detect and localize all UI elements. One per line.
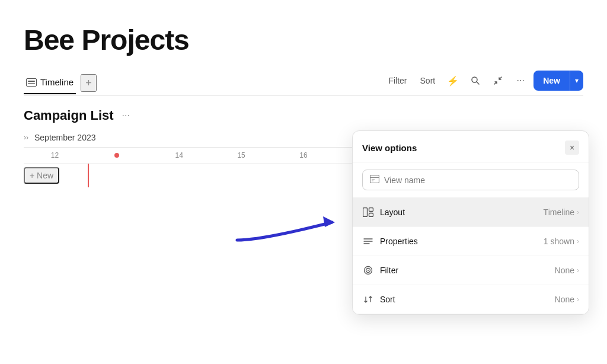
add-new-row-button[interactable]: + New [24, 167, 59, 184]
filter-button[interactable]: Filter [384, 73, 411, 88]
layout-chevron: › [577, 208, 579, 216]
filter-option-left: Filter [362, 264, 398, 276]
page-title: Bee Projects [24, 24, 583, 56]
search-icon-button[interactable] [466, 71, 485, 90]
sort-option-row[interactable]: Sort None › [353, 285, 589, 314]
filter-value: None [555, 266, 574, 275]
panel-title: View options [362, 143, 417, 153]
filter-option-row[interactable]: Filter None › [353, 256, 589, 285]
panel-close-button[interactable]: × [565, 141, 579, 155]
add-tab-button[interactable]: + [81, 74, 97, 92]
layout-option-right: Timeline › [544, 207, 579, 217]
svg-point-13 [368, 270, 369, 271]
new-dropdown-button[interactable]: ▾ [570, 71, 583, 91]
sort-option-label: Sort [380, 295, 395, 304]
new-main-button[interactable]: New [533, 71, 570, 91]
campaign-list-title: Campaign List [24, 108, 114, 123]
sort-label: Sort [420, 76, 436, 85]
lightning-icon-button[interactable]: ⚡ [443, 71, 462, 90]
sort-option-right: None › [555, 295, 579, 304]
view-name-input-wrapper [362, 170, 579, 190]
view-name-input[interactable] [384, 175, 571, 185]
properties-option-right: 1 shown › [544, 237, 579, 246]
filter-option-right: None › [555, 266, 579, 275]
tabs-left: Timeline + [24, 72, 97, 94]
arrow-indicator [225, 210, 356, 246]
timeline-tab-icon [26, 78, 37, 87]
today-vertical-line [88, 164, 89, 187]
panel-header: View options × [353, 131, 589, 162]
timeline-tab[interactable]: Timeline [24, 72, 76, 94]
properties-icon [362, 235, 374, 247]
tabs-bar: Timeline + Filter Sort ⚡ [24, 71, 583, 96]
timeline-tab-label: Timeline [40, 77, 74, 87]
new-button-group: New ▾ [533, 71, 583, 91]
date-cell-13-today [86, 150, 148, 161]
layout-icon [362, 206, 374, 218]
svg-rect-7 [369, 213, 373, 217]
layout-value: Timeline [544, 207, 574, 217]
more-options-button[interactable]: ··· [511, 71, 530, 90]
filter-icon [362, 264, 374, 276]
properties-option-left: Properties [362, 235, 418, 247]
sort-value: None [555, 295, 574, 304]
date-cell-16: 16 [273, 150, 335, 161]
properties-option-label: Properties [380, 237, 418, 246]
layout-option-left: Layout [362, 206, 405, 218]
resize-icon-button[interactable] [488, 71, 507, 90]
layout-option-row[interactable]: Layout Timeline › [353, 198, 589, 227]
layout-option-label: Layout [380, 207, 405, 217]
sort-icon [362, 293, 374, 305]
date-cell-15: 15 [210, 150, 273, 161]
view-name-row [353, 162, 589, 198]
sort-option-left: Sort [362, 293, 395, 305]
sort-chevron: › [577, 295, 579, 304]
properties-option-row[interactable]: Properties 1 shown › [353, 227, 589, 256]
view-options-panel: View options × [352, 130, 589, 315]
svg-rect-5 [363, 208, 368, 217]
campaign-header: Campaign List ··· [24, 108, 583, 123]
filter-label: Filter [388, 76, 407, 85]
view-name-icon [370, 175, 379, 185]
filter-chevron: › [577, 266, 579, 274]
properties-chevron: › [577, 237, 579, 245]
timeline-nav-chevron[interactable]: ›› [24, 133, 28, 142]
today-marker [114, 153, 119, 158]
date-cell-12: 12 [24, 150, 86, 161]
svg-rect-6 [369, 208, 373, 212]
properties-value: 1 shown [544, 237, 574, 246]
add-new-row-label: + New [30, 171, 53, 180]
sort-button[interactable]: Sort [416, 73, 440, 88]
filter-option-label: Filter [380, 266, 398, 275]
tabs-right: Filter Sort ⚡ ··· New ▾ [384, 71, 583, 95]
campaign-more-button[interactable]: ··· [119, 109, 133, 122]
timeline-month-label: September 2023 [34, 133, 96, 142]
date-cell-14: 14 [148, 150, 210, 161]
